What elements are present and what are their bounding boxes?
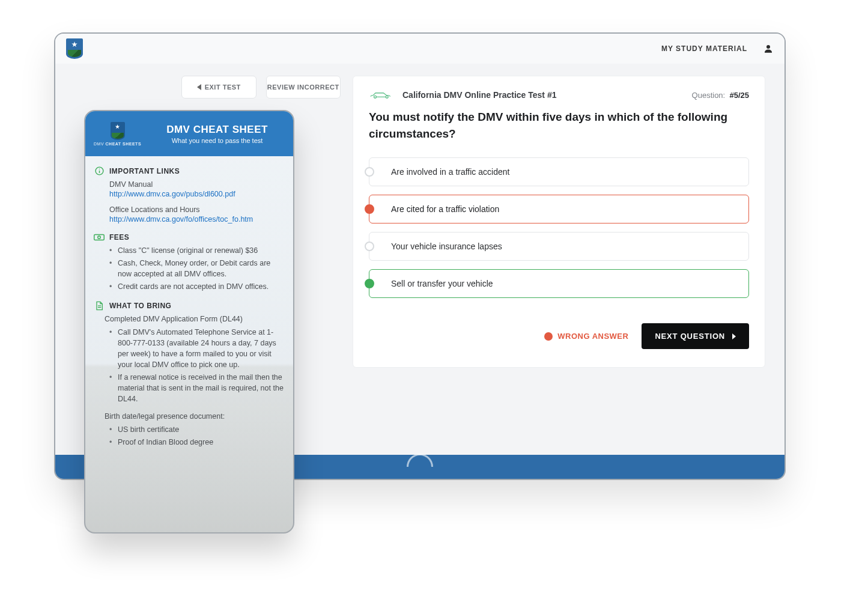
chevron-right-icon (732, 333, 736, 339)
topbar-right: MY STUDY MATERIAL (661, 43, 774, 54)
semicircle-icon (407, 454, 433, 480)
svg-point-0 (766, 45, 770, 49)
answer-text: Are involved in a traffic accident (391, 167, 509, 177)
quiz-header-left: California DMV Online Practice Test #1 (369, 90, 556, 100)
bring-intro: Completed DMV Application Form (DL44) (94, 314, 285, 324)
header-titles: DMV CHEAT SHEET What you need to pass th… (150, 124, 285, 144)
dot-icon (544, 332, 553, 341)
radio-icon (365, 242, 374, 251)
radio-icon (365, 279, 374, 288)
review-incorrect-label: REVIEW INCORRECT (267, 84, 339, 91)
my-study-material-link[interactable]: MY STUDY MATERIAL (661, 44, 747, 53)
list-item: Call DMV's Automated Telephone Service a… (109, 327, 285, 371)
list-item: US birth certificate (109, 424, 285, 435)
tab-row: EXIT TEST REVIEW INCORRECT (181, 76, 341, 99)
manual-label: DMV Manual (94, 179, 285, 190)
money-icon (94, 232, 105, 243)
review-incorrect-button[interactable]: REVIEW INCORRECT (266, 76, 341, 99)
list-item: Cash, Check, Money order, or Debit cards… (109, 258, 285, 279)
svg-point-2 (386, 96, 388, 98)
question-text: You must notify the DMV within five days… (369, 109, 749, 142)
shield-logo-icon (66, 38, 83, 59)
car-icon (369, 90, 394, 100)
shield-logo-icon (111, 122, 125, 140)
radio-icon (365, 167, 374, 177)
list-item: Credit cards are not accepted in DMV off… (109, 281, 285, 292)
cheat-sheet-body: IMPORTANT LINKS DMV Manual http://www.dm… (85, 156, 293, 533)
section-heading: FEES (109, 233, 129, 242)
exit-test-button[interactable]: EXIT TEST (181, 76, 256, 99)
list-item: Proof of Indian Blood degree (109, 437, 285, 448)
user-icon[interactable] (763, 43, 774, 54)
birth-intro: Birth date/legal presence document: (94, 411, 285, 422)
answer-text: Your vehicle insurance lapses (391, 242, 502, 251)
progress-value: #5/25 (729, 91, 749, 100)
offices-link[interactable]: http://www.dmv.ca.gov/fo/offices/toc_fo.… (109, 215, 253, 223)
fees-list: Class "C" license (original or renewal) … (94, 245, 285, 293)
list-item: Class "C" license (original or renewal) … (109, 245, 285, 256)
brand-text: DMV CHEAT SHEETS (94, 142, 141, 147)
quiz-header: California DMV Online Practice Test #1 Q… (369, 90, 749, 100)
chevron-left-icon (197, 84, 201, 90)
manual-link[interactable]: http://www.dmv.ca.gov/pubs/dl600.pdf (109, 190, 235, 198)
answer-option[interactable]: Sell or transfer your vehicle (369, 269, 749, 298)
next-question-button[interactable]: NEXT QUESTION (642, 323, 749, 349)
cheat-sheet-header: DMV CHEAT SHEETS DMV CHEAT SHEET What yo… (85, 111, 293, 156)
birth-list: US birth certificate Proof of Indian Blo… (94, 424, 285, 448)
svg-point-7 (98, 236, 101, 239)
answer-option[interactable]: Are cited for a traffic violation (369, 195, 749, 223)
offices-label: Office Locations and Hours (94, 204, 285, 215)
cheat-sheet-title: DMV CHEAT SHEET (150, 124, 285, 136)
brand-block: DMV CHEAT SHEETS (94, 122, 141, 147)
exit-test-label: EXIT TEST (205, 84, 241, 91)
svg-point-5 (99, 169, 99, 169)
answer-option[interactable]: Are involved in a traffic accident (369, 157, 749, 186)
answer-text: Are cited for a traffic violation (391, 204, 499, 214)
answer-text: Sell or transfer your vehicle (391, 279, 493, 288)
cheat-sheet-card: DMV CHEAT SHEETS DMV CHEAT SHEET What yo… (84, 110, 294, 534)
section-fees: FEES Class "C" license (original or rene… (94, 232, 285, 293)
bring-list: Call DMV's Automated Telephone Service a… (94, 327, 285, 405)
section-important-links: IMPORTANT LINKS DMV Manual http://www.dm… (94, 166, 285, 223)
answers-list: Are involved in a traffic accident Are c… (369, 157, 749, 298)
document-icon (94, 300, 105, 311)
wrong-answer-indicator: WRONG ANSWER (544, 332, 628, 341)
next-question-label: NEXT QUESTION (655, 332, 725, 341)
topbar: MY STUDY MATERIAL (55, 34, 785, 64)
info-icon (94, 166, 105, 177)
cheat-sheet-subtitle: What you need to pass the test (150, 137, 285, 144)
quiz-card: California DMV Online Practice Test #1 Q… (353, 76, 765, 368)
svg-point-1 (374, 96, 377, 98)
section-what-to-bring: WHAT TO BRING Completed DMV Application … (94, 300, 285, 447)
wrong-answer-label: WRONG ANSWER (557, 332, 628, 341)
question-progress: Question: #5/25 (692, 91, 749, 100)
list-item: If a renewal notice is received in the m… (109, 372, 285, 404)
section-heading: WHAT TO BRING (109, 302, 171, 310)
quiz-title: California DMV Online Practice Test #1 (402, 90, 556, 100)
section-heading: IMPORTANT LINKS (109, 167, 180, 175)
radio-icon (365, 204, 374, 214)
svg-rect-6 (94, 234, 105, 240)
answer-option[interactable]: Your vehicle insurance lapses (369, 232, 749, 261)
quiz-footer: WRONG ANSWER NEXT QUESTION (369, 323, 749, 349)
progress-label: Question: (692, 91, 726, 100)
